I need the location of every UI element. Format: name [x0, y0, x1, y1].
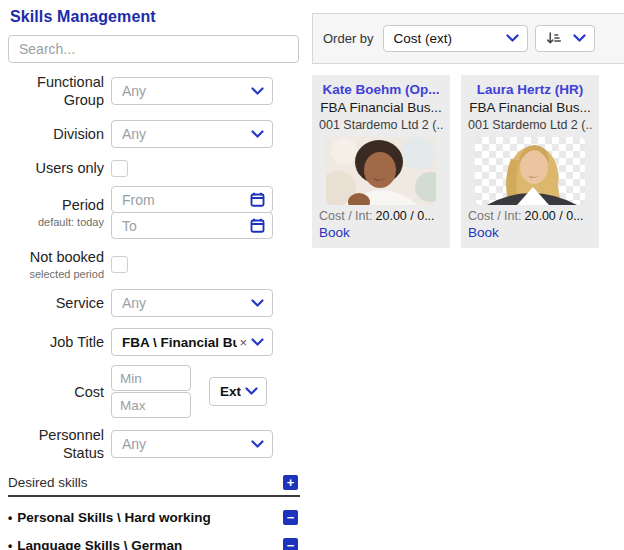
plus-icon: + — [287, 476, 295, 489]
period-to-field — [111, 212, 273, 239]
profile-photo — [475, 137, 585, 205]
profile-photo — [326, 137, 436, 205]
filter-row-division: Division Any — [8, 120, 300, 148]
person-org: 001 Stardemo Ltd 2 (... — [468, 118, 592, 132]
functional-group-select[interactable]: Any — [111, 77, 273, 105]
remove-skill-button[interactable]: − — [283, 510, 298, 525]
order-by-select[interactable]: Cost (ext) — [383, 25, 528, 52]
functional-group-label: Functional Group — [8, 73, 104, 109]
skill-text: Language Skills \ German — [17, 538, 182, 550]
clear-icon[interactable]: × — [239, 336, 247, 349]
service-label: Service — [8, 294, 104, 312]
cost-min-input[interactable] — [111, 365, 191, 391]
personnel-status-value: Any — [122, 436, 247, 452]
person-role: FBA Financial Bus... — [319, 100, 443, 115]
page-title: Skills Management — [10, 8, 300, 26]
filter-row-cost: Cost Ext. — [8, 365, 300, 418]
book-link[interactable]: Book — [319, 225, 350, 240]
filter-row-users-only: Users only — [8, 159, 300, 177]
minus-icon: − — [287, 511, 295, 524]
cost-int-label: Cost / Int: — [468, 209, 522, 223]
filter-row-job-title: Job Title FBA \ Financial Bu... × — [8, 328, 300, 356]
division-select[interactable]: Any — [111, 120, 273, 148]
filters-panel: Skills Management Functional Group Any D… — [0, 0, 300, 550]
not-booked-label: Not booked — [30, 249, 104, 265]
not-booked-checkbox[interactable] — [111, 256, 128, 273]
cost-int-value: 20.00 / 0... — [525, 209, 584, 223]
service-select[interactable]: Any — [111, 289, 273, 317]
person-card: Laura Hertz (HR) FBA Financial Bus... 00… — [461, 75, 599, 248]
desired-skills-header: Desired skills + — [8, 475, 300, 497]
job-title-select[interactable]: FBA \ Financial Bu... × — [111, 328, 273, 356]
division-value: Any — [122, 126, 247, 142]
calendar-icon[interactable] — [250, 218, 265, 233]
desired-skill-item: •Language Skills \ German − — [8, 538, 300, 550]
filter-row-personnel-status: Personnel Status Any — [8, 426, 300, 462]
filter-row-not-booked: Not booked selected period — [8, 248, 300, 281]
add-skill-button[interactable]: + — [283, 475, 298, 490]
bullet-icon: • — [8, 511, 12, 525]
personnel-status-label: Personnel Status — [8, 426, 104, 462]
filter-form: Functional Group Any Division Any — [8, 73, 300, 463]
chevron-down-icon — [245, 387, 258, 396]
personnel-status-select[interactable]: Any — [111, 430, 273, 458]
chevron-down-icon — [251, 130, 264, 139]
order-toolbar: Order by Cost (ext) — [312, 13, 624, 64]
skill-text: Personal Skills \ Hard working — [17, 510, 211, 525]
period-from-field — [111, 186, 273, 213]
period-to-input[interactable] — [111, 212, 273, 239]
desired-skill-item: •Personal Skills \ Hard working − — [8, 510, 300, 525]
chevron-down-icon — [251, 299, 264, 308]
results-panel: Order by Cost (ext) Kate Boehm (Op... FB… — [312, 0, 624, 550]
desired-skills-label: Desired skills — [8, 475, 88, 490]
bullet-icon: • — [8, 539, 12, 550]
period-sublabel: default: today — [8, 216, 104, 230]
job-title-label: Job Title — [8, 333, 104, 351]
person-name-link[interactable]: Laura Hertz (HR) — [468, 82, 592, 97]
remove-skill-button[interactable]: − — [283, 538, 298, 550]
cost-line: Cost / Int:20.00 / 0... — [319, 209, 443, 223]
period-from-input[interactable] — [111, 186, 273, 213]
person-name-link[interactable]: Kate Boehm (Op... — [319, 82, 443, 97]
sort-direction-select[interactable] — [535, 25, 595, 52]
chevron-down-icon — [251, 87, 264, 96]
cost-int-label: Cost / Int: — [319, 209, 373, 223]
person-role: FBA Financial Bus... — [468, 100, 592, 115]
chevron-down-icon — [251, 338, 264, 347]
minus-icon: − — [287, 539, 295, 550]
job-title-value: FBA \ Financial Bu... — [122, 335, 237, 350]
book-link[interactable]: Book — [468, 225, 499, 240]
division-label: Division — [8, 125, 104, 143]
chevron-down-icon — [251, 440, 264, 449]
skills-management-page: Skills Management Functional Group Any D… — [0, 0, 624, 550]
person-org: 001 Stardemo Ltd 2 (... — [319, 118, 443, 132]
cost-label: Cost — [8, 383, 104, 401]
cost-int-value: 20.00 / 0... — [376, 209, 435, 223]
sort-ascending-icon — [546, 32, 561, 45]
users-only-label: Users only — [8, 159, 104, 177]
calendar-icon[interactable] — [250, 192, 265, 207]
person-card: Kate Boehm (Op... FBA Financial Bus... 0… — [312, 75, 450, 248]
not-booked-sublabel: selected period — [8, 268, 104, 282]
filter-row-service: Service Any — [8, 289, 300, 317]
cost-max-input[interactable] — [111, 392, 191, 418]
person-cards: Kate Boehm (Op... FBA Financial Bus... 0… — [312, 75, 624, 248]
chevron-down-icon — [506, 34, 519, 43]
service-value: Any — [122, 295, 247, 311]
cost-type-select[interactable]: Ext. — [209, 377, 267, 406]
users-only-checkbox[interactable] — [111, 160, 128, 177]
cost-line: Cost / Int:20.00 / 0... — [468, 209, 592, 223]
functional-group-value: Any — [122, 83, 247, 99]
order-by-label: Order by — [323, 31, 374, 46]
filter-row-functional-group: Functional Group Any — [8, 73, 300, 109]
cost-type-value: Ext. — [220, 384, 241, 399]
search-input[interactable] — [8, 35, 299, 63]
order-by-value: Cost (ext) — [394, 31, 502, 46]
period-label: Period — [62, 197, 104, 213]
filter-row-period: Period default: today — [8, 186, 300, 239]
chevron-down-icon — [573, 34, 586, 43]
